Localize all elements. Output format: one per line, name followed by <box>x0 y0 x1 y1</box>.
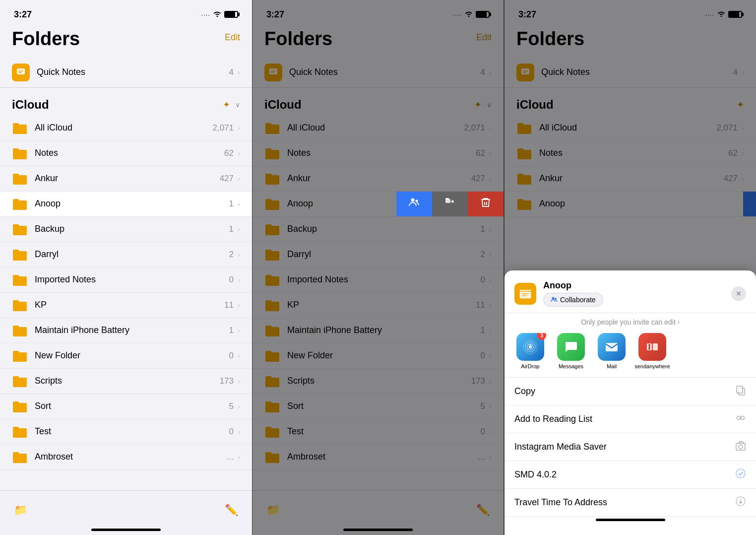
quick-notes-row-3[interactable]: Quick Notes 4 › <box>504 58 756 88</box>
folder-row-imported-2[interactable]: Imported Notes 0 › <box>252 268 504 293</box>
folder-row-kp-1[interactable]: KP 11 › <box>0 293 252 318</box>
compose-icon-1[interactable]: ✏️ <box>225 504 238 517</box>
quick-notes-row-1[interactable]: Quick Notes 4 › <box>0 58 252 88</box>
icloud-title-1: iCloud <box>12 98 223 112</box>
partial-action-bar-3 <box>743 192 756 216</box>
collaborate-pill[interactable]: Collaborate <box>543 293 603 307</box>
ch-scripts-2: › <box>489 377 492 385</box>
app-icon-messages[interactable]: Messages <box>553 333 589 369</box>
svg-rect-0 <box>17 68 25 74</box>
new-folder-icon-2[interactable]: 📁 <box>266 504 280 517</box>
fi-ankur-2 <box>264 172 280 186</box>
folder-row-test-1[interactable]: Test 0 › <box>0 419 252 445</box>
move-button[interactable] <box>432 192 468 216</box>
share-action-instagram[interactable]: Instagram Media Saver <box>504 433 756 461</box>
icloud-header-2: iCloud ✦ ∨ <box>252 88 504 116</box>
folder-row-nf-2[interactable]: New Folder 0 › <box>252 343 504 369</box>
app-icon-airdrop[interactable]: 3 AirDrop <box>512 333 548 369</box>
fi-nf-2 <box>264 349 280 363</box>
status-icons-1: ···· <box>201 10 238 19</box>
folder-count-darryl-1: 2 <box>229 250 234 260</box>
folder-row-kp-2[interactable]: KP 11 › <box>252 293 504 318</box>
fc-imported-2: 0 <box>481 275 485 285</box>
folder-row-darryl-2[interactable]: Darryl 2 › <box>252 242 504 268</box>
svg-rect-8 <box>445 199 450 203</box>
folder-icon-scripts-1 <box>12 374 28 388</box>
share-action-travel[interactable]: Travel Time To Address <box>504 489 756 517</box>
folder-row-all-3[interactable]: All iCloud 2,071 › <box>504 116 756 141</box>
chevron-down-2[interactable]: ∨ <box>487 101 492 109</box>
fc-nf-2: 0 <box>481 351 485 361</box>
folder-row-imported-1[interactable]: Imported Notes 0 › <box>0 268 252 293</box>
folder-row-ankur-1[interactable]: Ankur 427 › <box>0 166 252 192</box>
ch-ambroset-2: › <box>489 453 492 461</box>
ch-sort-2: › <box>489 402 492 410</box>
travel-label: Travel Time To Address <box>514 497 735 508</box>
quick-notes-label-3: Quick Notes <box>541 67 733 77</box>
folder-row-maintain-2[interactable]: Maintain iPhone Battery 1 › <box>252 318 504 343</box>
edit-button-2[interactable]: Edit <box>476 32 492 43</box>
folder-icon-notes-1 <box>12 146 28 160</box>
folder-row-all-icloud-1[interactable]: All iCloud 2,071 › <box>0 116 252 141</box>
folder-name-imported-1: Imported Notes <box>35 274 229 285</box>
add-icon-2[interactable]: ✦ <box>474 99 482 110</box>
fi-maintain-2 <box>264 324 280 337</box>
folder-row-ankur-2[interactable]: Ankur 427 › <box>252 166 504 192</box>
folder-icon-imported-1 <box>12 273 28 287</box>
folder-name-scripts-1: Scripts <box>35 376 220 386</box>
fi-anoop-3 <box>516 197 532 211</box>
folder-row-sort-2[interactable]: Sort 5 › <box>252 394 504 419</box>
compose-icon-2[interactable]: ✏️ <box>476 504 490 517</box>
folder-row-ankur-3[interactable]: Ankur 427 › <box>504 166 756 192</box>
collaborate-button[interactable] <box>396 192 432 216</box>
quick-notes-row-2[interactable]: Quick Notes 4 › <box>252 58 504 88</box>
folder-row-scripts-2[interactable]: Scripts 173 › <box>252 369 504 394</box>
edit-button-1[interactable]: Edit <box>225 32 240 43</box>
close-icon: × <box>736 289 741 298</box>
folder-row-scripts-1[interactable]: Scripts 173 › <box>0 369 252 394</box>
reading-list-label: Add to Reading List <box>514 414 735 424</box>
folder-row-test-2[interactable]: Test 0 › <box>252 419 504 445</box>
folder-row-ambroset-2[interactable]: Ambroset ... › <box>252 445 504 470</box>
folder-icon-anoop-1 <box>12 197 28 211</box>
folder-row-newfolder-1[interactable]: New Folder 0 › <box>0 343 252 369</box>
chevron-quick-3: › <box>742 68 744 76</box>
invite-text[interactable]: Only people you invite can edit › <box>504 313 756 333</box>
folder-list-2: Quick Notes 4 › iCloud ✦ ∨ All iCloud 2,… <box>252 58 504 470</box>
new-folder-icon-1[interactable]: 📁 <box>14 504 27 517</box>
add-icon-3[interactable]: ✦ <box>737 99 744 110</box>
share-action-smd[interactable]: SMD 4.0.2 <box>504 461 756 489</box>
folder-row-anoop-2[interactable]: Anoop 1 › <box>252 192 504 217</box>
chevron-notes-1: › <box>238 149 240 157</box>
add-folder-icon-1[interactable]: ✦ <box>223 99 230 110</box>
chevron-down-icon-1[interactable]: ∨ <box>235 101 240 109</box>
ch-maintain-2: › <box>489 326 492 334</box>
ch-all-2: › <box>489 124 492 132</box>
folder-row-sort-1[interactable]: Sort 5 › <box>0 394 252 419</box>
folder-list-1: Quick Notes 4 › iCloud ✦ ∨ All iCloud 2,… <box>0 58 252 470</box>
delete-button[interactable] <box>468 192 504 216</box>
svg-rect-26 <box>653 343 658 350</box>
folder-row-maintain-1[interactable]: Maintain iPhone Battery 1 › <box>0 318 252 343</box>
folder-row-anoop-3[interactable]: Anoop 1 › <box>504 192 756 217</box>
share-action-reading-list[interactable]: Add to Reading List <box>504 405 756 433</box>
chevron-icon-quick-1: › <box>238 68 240 76</box>
folder-row-all-2[interactable]: All iCloud 2,071 › <box>252 116 504 141</box>
svg-point-7 <box>416 200 418 202</box>
folder-row-anoop-1[interactable]: Anoop 1 › <box>0 192 252 217</box>
panel-1: 3:27 ···· Edit Folders <box>0 0 252 535</box>
svg-point-18 <box>552 297 555 300</box>
svg-rect-24 <box>606 343 618 351</box>
share-close-button[interactable]: × <box>731 286 746 301</box>
folder-row-backup-2[interactable]: Backup 1 › <box>252 217 504 242</box>
share-action-copy[interactable]: Copy <box>504 378 756 405</box>
folder-row-notes-2[interactable]: Notes 62 › <box>252 141 504 166</box>
folder-count-test-1: 0 <box>229 427 234 437</box>
app-icon-sendanywhere[interactable]: sendanywhere <box>634 333 670 369</box>
folder-row-notes-3[interactable]: Notes 62 › <box>504 141 756 166</box>
folder-row-ambroset-1[interactable]: Ambroset ... › <box>0 445 252 470</box>
app-icon-mail[interactable]: Mail <box>594 333 630 369</box>
folder-row-backup-1[interactable]: Backup 1 › <box>0 217 252 242</box>
folder-row-darryl-1[interactable]: Darryl 2 › <box>0 242 252 268</box>
folder-row-notes-1[interactable]: Notes 62 › <box>0 141 252 166</box>
